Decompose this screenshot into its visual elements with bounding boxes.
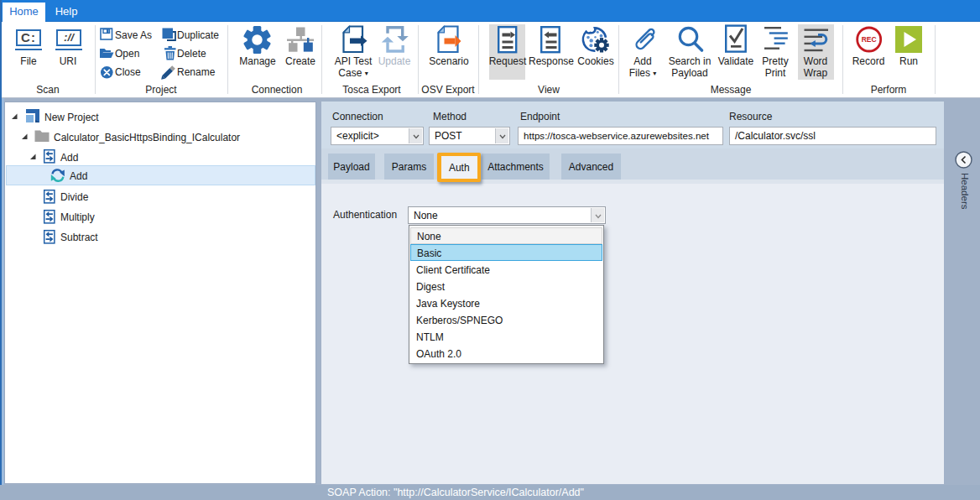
- svg-text:REC: REC: [862, 35, 877, 44]
